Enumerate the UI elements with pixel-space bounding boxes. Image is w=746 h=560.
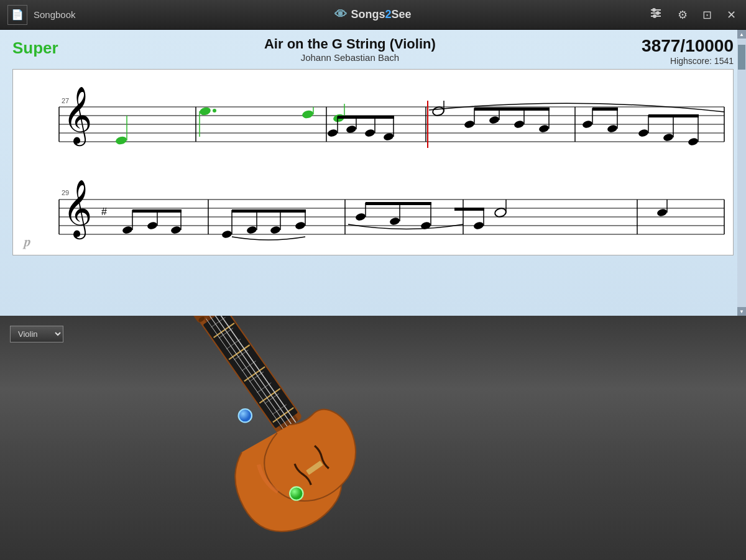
- svg-rect-83: [132, 209, 182, 213]
- svg-rect-37: [338, 116, 394, 119]
- song-title: Air on the G String (Violin): [58, 36, 642, 52]
- score-info: 3877/10000 Highscore: 1541: [642, 36, 734, 66]
- highscore-value: 1541: [714, 56, 734, 66]
- svg-point-100: [473, 221, 484, 231]
- svg-text:𝆏: 𝆏: [22, 234, 31, 249]
- svg-point-25: [302, 109, 314, 119]
- svg-text:#: #: [101, 206, 107, 217]
- svg-point-95: [389, 217, 400, 226]
- feedback-label: Super: [12, 39, 58, 58]
- svg-point-90: [295, 221, 306, 231]
- scroll-up[interactable]: ▲: [737, 30, 746, 39]
- score-header: Super Air on the G String (Violin) Johan…: [0, 30, 746, 69]
- svg-text:𝄞: 𝄞: [63, 87, 92, 147]
- svg-point-86: [246, 226, 257, 235]
- score-highscore: Highscore: 1541: [642, 56, 734, 66]
- svg-point-51: [607, 124, 618, 134]
- svg-point-20: [115, 135, 127, 145]
- svg-point-134: [290, 487, 303, 500]
- svg-point-44: [513, 120, 525, 129]
- score-points: 3877/10000: [642, 36, 734, 56]
- instrument-select[interactable]: Violin: [10, 326, 63, 342]
- instrument-area: Violin: [0, 316, 746, 560]
- svg-point-54: [638, 129, 649, 138]
- svg-point-23: [213, 109, 216, 112]
- highscore-label: Highscore:: [670, 56, 712, 66]
- svg-point-35: [383, 132, 394, 142]
- svg-point-3: [652, 8, 656, 12]
- svg-point-40: [464, 120, 475, 129]
- svg-point-5: [653, 14, 656, 18]
- score-area: Super Air on the G String (Violin) Johan…: [0, 30, 746, 316]
- violin-image: [93, 316, 560, 560]
- mixer-button[interactable]: [647, 4, 665, 25]
- svg-rect-48: [474, 108, 550, 111]
- song-info: Air on the G String (Violin) Johann Seba…: [58, 36, 642, 63]
- svg-point-4: [656, 11, 660, 15]
- svg-point-81: [170, 226, 182, 235]
- close-button[interactable]: ✕: [724, 6, 739, 24]
- songbook-label[interactable]: Songbook: [34, 9, 76, 20]
- svg-point-22: [199, 106, 211, 116]
- svg-point-42: [489, 116, 500, 125]
- svg-rect-92: [232, 209, 306, 213]
- svg-point-93: [355, 213, 366, 222]
- song-composer: Johann Sebastian Bach: [58, 52, 642, 63]
- settings-button[interactable]: ⚙: [675, 6, 690, 24]
- svg-point-58: [688, 137, 699, 147]
- svg-point-49: [582, 120, 593, 129]
- svg-point-133: [239, 409, 252, 422]
- svg-point-38: [432, 106, 445, 116]
- eye-icon: 👁: [334, 7, 347, 22]
- svg-point-88: [270, 226, 281, 235]
- music-staff-2: 29 𝄞 #: [13, 165, 733, 252]
- titlebar: 📄 Songbook 👁 Songs2See ⚙ ⊡ ✕: [0, 0, 746, 30]
- svg-point-84: [221, 230, 233, 239]
- svg-point-75: [494, 207, 507, 218]
- svg-point-29: [327, 129, 338, 138]
- window-button[interactable]: ⊡: [700, 6, 714, 24]
- svg-rect-102: [454, 208, 484, 211]
- svg-point-79: [147, 221, 158, 231]
- add-file-icon[interactable]: 📄: [7, 5, 27, 25]
- brand-name: Songs2See: [351, 8, 411, 21]
- svg-rect-60: [648, 114, 699, 117]
- svg-point-77: [122, 226, 133, 235]
- svg-point-103: [656, 208, 668, 218]
- sheet-music: 27 𝄞: [12, 69, 734, 255]
- svg-text:𝄞: 𝄞: [63, 180, 92, 240]
- svg-rect-53: [592, 108, 618, 111]
- music-staff-1: 27 𝄞: [13, 70, 733, 163]
- scroll-track[interactable]: [737, 39, 746, 307]
- svg-point-31: [346, 125, 357, 134]
- scroll-down[interactable]: ▼: [737, 307, 746, 316]
- svg-point-46: [538, 124, 550, 134]
- svg-point-33: [364, 129, 375, 138]
- brand-logo: 👁 Songs2See: [334, 7, 411, 22]
- svg-point-56: [663, 133, 674, 142]
- svg-rect-99: [366, 202, 431, 205]
- scrollbar[interactable]: ▲ ▼: [737, 30, 746, 316]
- scroll-thumb[interactable]: [738, 45, 745, 70]
